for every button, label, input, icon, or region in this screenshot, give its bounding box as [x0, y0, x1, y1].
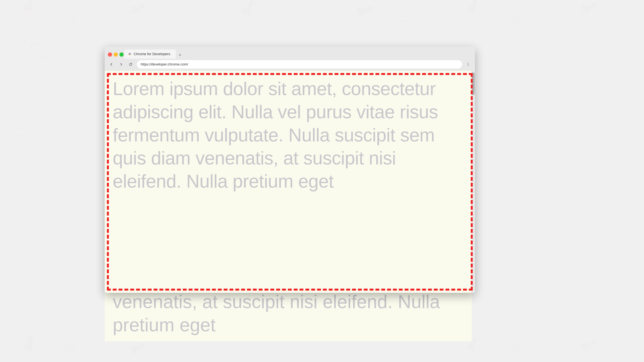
svg-point-19 [16, 79, 26, 88]
svg-text:🚀: 🚀 [579, 0, 597, 16]
forward-button[interactable] [118, 61, 124, 68]
refresh-button[interactable] [127, 61, 134, 68]
new-tab-button[interactable]: + [176, 51, 184, 58]
svg-text:🚀: 🚀 [128, 339, 146, 357]
svg-text:🚀: 🚀 [18, 334, 40, 355]
svg-point-54 [129, 53, 130, 54]
browser-container: Chrome for Developers + [105, 47, 475, 295]
browser-window: Chrome for Developers + [105, 47, 475, 293]
svg-text:HTML: HTML [64, 348, 76, 353]
svg-point-18 [16, 37, 26, 46]
address-row [105, 58, 475, 71]
svg-text:HTML: HTML [172, 14, 184, 19]
svg-text:🚀: 🚀 [238, 0, 257, 17]
scrollbar-thumb[interactable] [472, 72, 475, 95]
svg-point-36 [619, 117, 627, 134]
active-tab[interactable]: Chrome for Developers [124, 49, 176, 58]
back-icon [110, 63, 113, 66]
window-controls [108, 52, 124, 58]
back-button[interactable] [108, 61, 115, 68]
minimize-button[interactable] [114, 52, 118, 57]
svg-text:🚀: 🚀 [463, 0, 481, 15]
close-button[interactable] [108, 52, 112, 57]
svg-text:🚀: 🚀 [353, 0, 374, 21]
svg-text:HTML: HTML [510, 15, 522, 20]
svg-text:HTML: HTML [397, 350, 409, 355]
svg-text:HTML: HTML [510, 348, 522, 353]
svg-text:HTML: HTML [284, 14, 296, 19]
maximize-button[interactable] [120, 52, 124, 57]
svg-point-56 [468, 64, 468, 65]
address-input[interactable] [137, 60, 462, 68]
menu-button[interactable] [465, 61, 472, 68]
svg-point-35 [614, 117, 632, 134]
forward-icon [119, 63, 123, 66]
svg-text:HTML: HTML [172, 350, 184, 355]
svg-text:HTML: HTML [284, 349, 296, 354]
svg-text:HTML: HTML [64, 15, 76, 20]
menu-icon [466, 63, 470, 66]
svg-point-20 [16, 121, 26, 130]
scrollbar-track [472, 71, 475, 293]
page-content: Lorem ipsum dolor sit amet, consectetur … [105, 71, 475, 293]
svg-text:🚀: 🚀 [18, 0, 40, 15]
svg-point-57 [468, 65, 468, 66]
tab-title: Chrome for Developers [134, 52, 172, 56]
tab-row: Chrome for Developers + [108, 49, 472, 58]
svg-text:HTML: HTML [606, 14, 618, 19]
refresh-icon [129, 63, 132, 66]
tab-favicon [128, 52, 132, 56]
svg-text:🚀: 🚀 [128, 0, 146, 17]
svg-text:🚀: 🚀 [579, 337, 597, 354]
title-bar: Chrome for Developers + [105, 47, 475, 58]
svg-point-55 [468, 63, 468, 63]
svg-text:HTML: HTML [397, 14, 409, 19]
lorem-ipsum-text: Lorem ipsum dolor sit amet, consectetur … [105, 71, 475, 199]
